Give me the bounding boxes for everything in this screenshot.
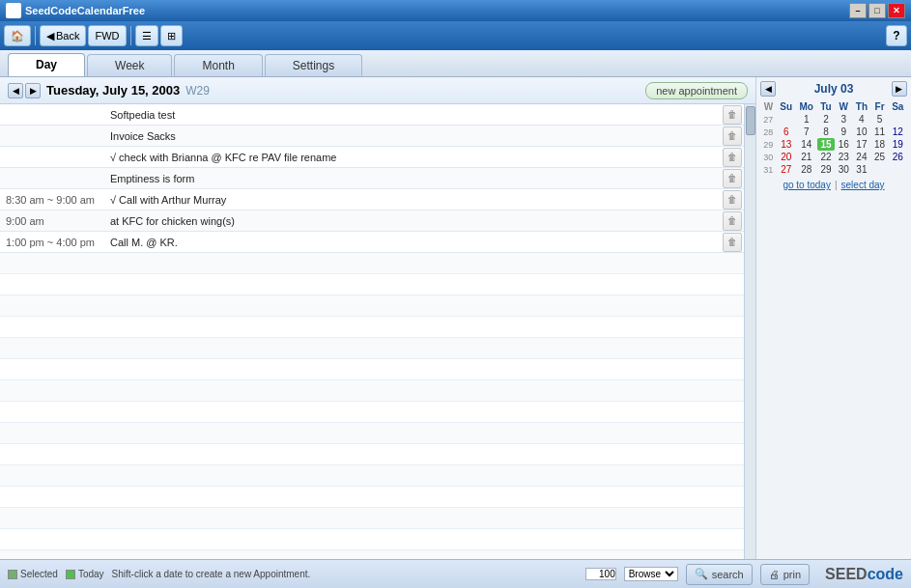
mini-cal-day[interactable]: 28 [796,163,817,176]
mini-cal-day[interactable]: 27 [777,163,796,176]
select-day-button[interactable]: select day [841,180,885,190]
legend-selected-label: Selected [20,569,58,579]
tab-settings[interactable]: Settings [265,54,362,76]
appointment-text[interactable]: √ Call with Arthur Murray [106,194,723,206]
mini-cal-day[interactable]: 9 [835,126,852,138]
prev-day-button[interactable]: ◀ [8,83,23,98]
appointment-row: √ check with Brianna @ KFC re PAV file r… [0,147,744,168]
mini-cal-day[interactable]: 15 [817,138,835,151]
tab-month[interactable]: Month [174,54,262,76]
new-appointment-button[interactable]: new appointment [645,82,748,99]
tabs-row: Day Week Month Settings [0,50,911,77]
mini-cal-day[interactable]: 22 [817,151,835,163]
mini-cal-day[interactable]: 31 [852,163,870,176]
scroll-thumb[interactable] [746,106,755,135]
appointment-text[interactable]: Invoice Sacks [106,130,723,142]
search-icon: 🔍 [695,568,708,580]
browse-select[interactable]: Browse [624,567,678,581]
mini-cal-day[interactable]: 24 [852,151,870,163]
mini-cal-day[interactable]: 25 [871,151,889,163]
print-button[interactable]: 🖨 prin [760,564,810,585]
status-bar: Selected Today Shift-click a date to cre… [0,559,911,588]
empty-row [0,380,744,402]
next-day-button[interactable]: ▶ [25,83,41,98]
appointment-text[interactable]: Emptiness is form [106,173,723,184]
mini-cal-day[interactable]: 16 [835,138,852,151]
delete-appointment-button[interactable]: 🗑 [723,126,742,146]
mini-cal-day[interactable]: 30 [835,163,852,176]
mini-cal-week-num: 28 [760,126,777,138]
appointment-time: 8:30 am ~ 9:00 am [0,194,106,206]
appointment-text[interactable]: √ check with Brianna @ KFC re PAV file r… [106,152,723,163]
mini-cal-day[interactable]: 3 [835,113,852,126]
mini-cal-day[interactable]: 19 [889,138,907,151]
mini-cal-day[interactable]: 23 [835,151,852,163]
mini-cal-day[interactable]: 12 [889,126,907,138]
mini-cal-day[interactable]: 5 [871,113,889,126]
mini-cal-day[interactable]: 7 [796,126,817,138]
mini-cal-day[interactable]: 29 [817,163,835,176]
help-button[interactable]: ? [886,25,907,46]
view-grid-button[interactable]: ⊞ [160,25,183,46]
mini-cal-day[interactable]: 14 [796,138,817,151]
appointment-rows: Softpedia test🗑Invoice Sacks🗑√ check wit… [0,104,744,559]
appointment-text[interactable]: at KFC for chicken wing(s) [106,215,723,227]
mini-cal-day[interactable]: 2 [817,113,835,126]
close-button[interactable]: ✕ [888,3,905,18]
zoom-input[interactable] [585,568,616,580]
mini-cal-day[interactable]: 20 [777,151,796,163]
mini-cal-prev-button[interactable]: ◀ [760,81,776,97]
scroll-bar[interactable] [744,104,755,559]
date-nav-arrows: ◀ ▶ [8,83,41,98]
mini-cal-day[interactable]: 13 [777,138,796,151]
delete-appointment-button[interactable]: 🗑 [723,190,742,210]
empty-row [0,550,744,559]
appointment-row: 8:30 am ~ 9:00 am√ Call with Arthur Murr… [0,189,744,210]
home-button[interactable]: 🏠 [4,25,31,46]
tab-week[interactable]: Week [87,54,172,76]
seedcode-logo: SEEDcode [825,566,903,583]
empty-row [0,338,744,359]
appointment-row: 1:00 pm ~ 4:00 pmCall M. @ KR.🗑 [0,232,744,253]
go-to-today-button[interactable]: go to today [783,180,830,190]
back-button[interactable]: ◀ Back [40,25,86,46]
mini-cal-day[interactable]: 18 [871,138,889,151]
fwd-button[interactable]: FWD [88,25,126,46]
mini-cal-day[interactable]: 21 [796,151,817,163]
mini-cal-day[interactable]: 26 [889,151,907,163]
view-list-button[interactable]: ☰ [135,25,158,46]
mini-cal-day[interactable]: 11 [871,126,889,138]
empty-row [0,359,744,380]
mini-cal-day[interactable]: 8 [817,126,835,138]
mini-cal-day[interactable]: 6 [777,126,796,138]
search-button[interactable]: 🔍 search [686,564,753,585]
delete-appointment-button[interactable]: 🗑 [723,169,742,188]
delete-appointment-button[interactable]: 🗑 [723,211,742,231]
empty-row [0,529,744,550]
appointment-row: 9:00 amat KFC for chicken wing(s)🗑 [0,210,744,232]
mini-cal-day[interactable]: 10 [852,126,870,138]
mini-cal-header-w: W [835,100,852,113]
delete-appointment-button[interactable]: 🗑 [723,105,742,125]
appointment-time: 9:00 am [0,215,106,227]
appointment-text[interactable]: Call M. @ KR. [106,237,723,248]
mini-cal-next-button[interactable]: ▶ [892,81,907,97]
legend-today-box [66,570,75,579]
minimize-button[interactable]: – [849,3,867,18]
mini-cal-day[interactable]: 17 [852,138,870,151]
tab-day[interactable]: Day [8,53,85,76]
toolbar: 🏠 ◀ Back FWD ☰ ⊞ ? [0,21,911,50]
legend-selected-box [8,570,17,579]
appointment-row: Softpedia test🗑 [0,104,744,126]
back-arrow-icon: ◀ [46,30,54,42]
title-bar: SeedCodeCalendarFree – □ ✕ [0,0,911,21]
app-icon [6,3,21,18]
delete-appointment-button[interactable]: 🗑 [723,148,742,167]
delete-appointment-button[interactable]: 🗑 [723,233,742,252]
mini-cal-day[interactable]: 4 [852,113,870,126]
empty-row [0,274,744,295]
maximize-button[interactable]: □ [868,3,886,18]
mini-cal-day[interactable]: 1 [796,113,817,126]
empty-row [0,423,744,444]
appointment-text[interactable]: Softpedia test [106,109,723,121]
